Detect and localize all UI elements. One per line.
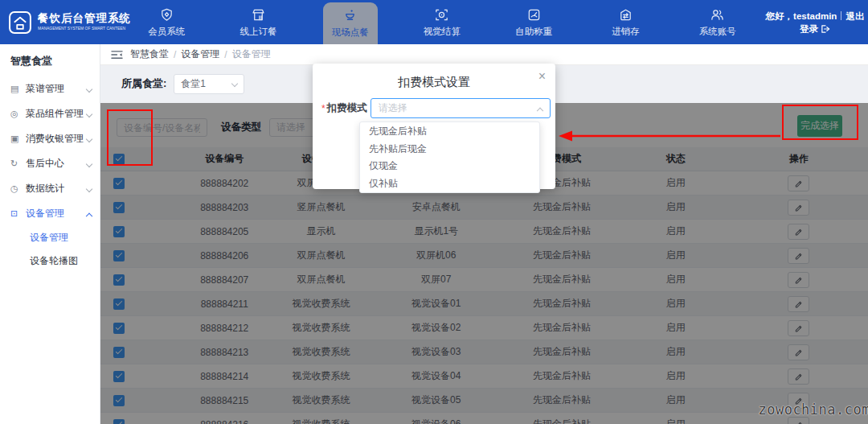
nav-item-online-order[interactable]: 线上订餐 [231,0,285,44]
vision-scan-icon [434,7,449,23]
breadcrumb-bar: 智慧食堂 / 设备管理 / 设备管理 [100,44,868,65]
fee-mode-placeholder: 请选择 [379,101,407,115]
sidebar-item-label: 消费收银管理 [26,132,84,146]
sidebar: 智慧食堂 ▤ 菜谱管理 ◎ 菜品组件管理 ▣ 消费收银管理 ↻ 售后中心 ◷ 数… [0,44,100,424]
collapse-menu-icon[interactable] [111,50,123,60]
fee-mode-dropdown: 先现金后补贴 先补贴后现金 仅现金 仅补贴 [359,121,540,193]
brand-logo-icon [8,10,32,35]
divider [841,11,841,20]
dropdown-option-subsidy-only[interactable]: 仅补贴 [360,175,539,193]
breadcrumb-separator: / [174,49,176,60]
sidebar-item-data-statistics[interactable]: ◷ 数据统计 [0,176,100,201]
nav-item-member-system[interactable]: 会员系统 [139,0,194,44]
inventory-box-icon [618,7,633,23]
breadcrumb: 智慧食堂 / 设备管理 / 设备管理 [130,47,271,61]
nav-label: 线上订餐 [240,26,276,38]
nav-label: 系统账号 [699,26,736,38]
chevron-down-icon [86,185,92,191]
watermark: zowochina.com [758,401,868,418]
statistics-clock-icon: ◷ [10,183,26,194]
dialog-title: 扣费模式设置 [313,64,555,90]
nav-item-vision-settlement[interactable]: 视觉结算 [415,0,469,44]
nav-items: 会员系统 线上订餐 现场点餐 [121,0,764,44]
canteen-select-value: 食堂1 [181,77,206,91]
dish-component-icon: ◎ [10,109,26,119]
fee-mode-field: * 扣费模式 请选择 [321,98,551,118]
sidebar-item-device-management[interactable]: ⊡ 设备管理 [0,201,100,226]
sidebar-title: 智慧食堂 [0,44,100,76]
sidebar-item-aftersales-center[interactable]: ↻ 售后中心 [0,151,100,176]
app-subtitle: MANAGEMENT SYSTEM OF SMART CANTEEN [38,27,125,31]
canteen-select[interactable]: 食堂1 [174,74,244,94]
top-navbar: 餐饮后台管理系统 MANAGEMENT SYSTEM OF SMART CANT… [0,0,868,44]
dropdown-option-subsidy-first[interactable]: 先补贴后现金 [360,141,539,158]
nav-label: 现场点餐 [332,27,369,39]
dropdown-option-cash-first[interactable]: 先现金后补贴 [360,123,539,141]
menu-book-icon: ▤ [10,84,26,94]
sidebar-item-label: 售后中心 [26,157,64,171]
sidebar-item-cashier-management[interactable]: ▣ 消费收银管理 [0,126,100,151]
sidebar-subitem-device-carousel[interactable]: 设备轮播图 [0,249,100,273]
nav-label: 自助称重 [515,26,552,38]
nav-label: 视觉结算 [424,26,461,38]
chevron-down-icon [86,85,92,92]
breadcrumb-item[interactable]: 设备管理 [181,47,219,61]
app-window: 餐饮后台管理系统 MANAGEMENT SYSTEM OF SMART CANT… [0,0,868,424]
logout-icon[interactable] [821,24,830,34]
chevron-down-icon [86,160,92,167]
sidebar-item-label: 菜品组件管理 [26,107,84,121]
user-area: 您好，testadmin退出登录 [764,0,868,44]
dine-in-cup-icon [342,8,358,23]
storefront-icon [251,7,266,23]
fee-mode-label: 扣费模式 [327,101,371,115]
sidebar-subitem-device-management[interactable]: 设备管理 [0,226,100,249]
chevron-up-icon [536,107,542,113]
canteen-filter-label: 所属食堂: [121,76,166,91]
fee-mode-select[interactable]: 请选择 [371,98,551,118]
nav-item-onsite-order[interactable]: 现场点餐 [323,2,378,44]
aftersales-icon: ↻ [10,158,26,169]
user-greeting: 您好，testadmin [766,11,837,21]
brand: 餐饮后台管理系统 MANAGEMENT SYSTEM OF SMART CANT… [0,0,121,44]
sidebar-item-label: 设备管理 [26,207,64,220]
accounts-people-icon [710,7,725,23]
chevron-up-icon [86,212,92,219]
breadcrumb-current: 设备管理 [232,47,271,61]
nav-label: 进销存 [612,26,640,38]
nav-label: 会员系统 [148,26,185,38]
scale-icon [526,7,542,23]
nav-item-self-weighing[interactable]: 自助称重 [506,0,561,44]
nav-item-system-accounts[interactable]: 系统账号 [690,0,745,44]
breadcrumb-separator: / [224,49,227,60]
sidebar-item-label: 数据统计 [26,182,64,196]
cashier-icon: ▣ [10,134,26,144]
sidebar-item-dish-components[interactable]: ◎ 菜品组件管理 [0,101,100,126]
chevron-down-icon [86,110,92,117]
chevron-down-icon [86,135,92,142]
device-monitor-icon: ⊡ [10,208,26,219]
sidebar-item-label: 菜谱管理 [26,82,64,96]
nav-item-inventory[interactable]: 进销存 [599,0,653,44]
sidebar-item-menu-management[interactable]: ▤ 菜谱管理 [0,76,100,101]
chevron-down-icon [231,80,238,87]
shield-icon [159,7,174,23]
close-icon[interactable]: × [538,70,546,83]
dropdown-option-cash-only[interactable]: 仅现金 [360,158,539,175]
breadcrumb-item[interactable]: 智慧食堂 [130,47,169,61]
required-asterisk: * [321,103,326,114]
